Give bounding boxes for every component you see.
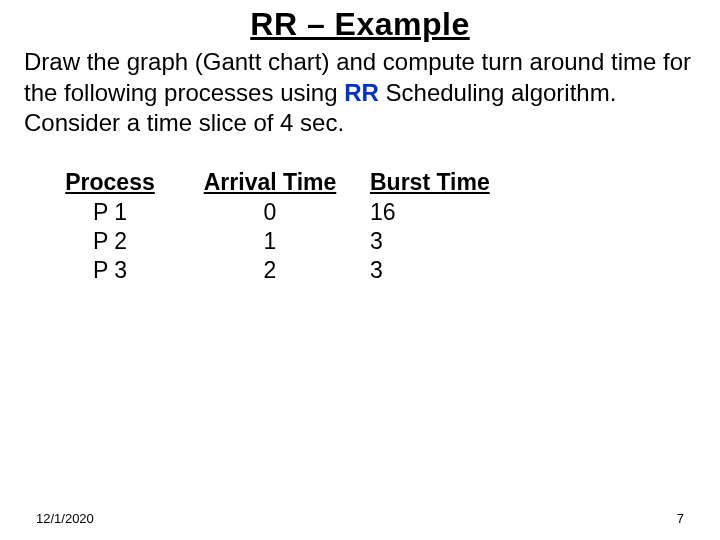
cell-arrival-2: 2 [264, 257, 277, 284]
cell-arrival-0: 0 [264, 199, 277, 226]
header-burst: Burst Time [370, 169, 490, 196]
col-arrival: Arrival Time 0 1 2 [180, 169, 360, 285]
col-burst: Burst Time 16 3 3 [360, 169, 570, 285]
slide-body: Draw the graph (Gantt chart) and compute… [24, 47, 696, 139]
slide: RR – Example Draw the graph (Gantt chart… [0, 6, 720, 540]
cell-burst-0: 16 [370, 199, 396, 226]
cell-arrival-1: 1 [264, 228, 277, 255]
header-arrival: Arrival Time [204, 169, 337, 196]
cell-process-2: P 3 [93, 257, 127, 284]
process-table: Process P 1 P 2 P 3 Arrival Time 0 1 2 B… [40, 169, 720, 285]
col-process: Process P 1 P 2 P 3 [40, 169, 180, 285]
cell-burst-2: 3 [370, 257, 383, 284]
body-text-accent: RR [344, 79, 379, 106]
slide-title: RR – Example [0, 6, 720, 43]
footer-date: 12/1/2020 [36, 511, 94, 526]
cell-process-0: P 1 [93, 199, 127, 226]
header-process: Process [65, 169, 155, 196]
footer-page-number: 7 [677, 511, 684, 526]
cell-burst-1: 3 [370, 228, 383, 255]
cell-process-1: P 2 [93, 228, 127, 255]
